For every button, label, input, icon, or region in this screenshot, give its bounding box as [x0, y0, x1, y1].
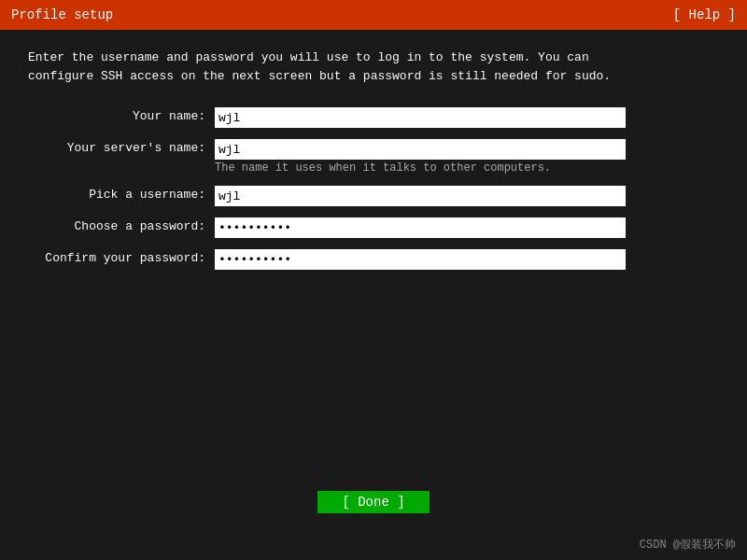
- form-row-password: Choose a password:: [28, 217, 719, 238]
- app: Profile setup [ Help ] Enter the usernam…: [0, 0, 747, 560]
- input-server-name[interactable]: [215, 139, 626, 160]
- input-area-server-name: The name it uses when it talks to other …: [215, 139, 719, 175]
- input-area-username: [215, 186, 719, 206]
- label-password: Choose a password:: [28, 217, 215, 233]
- input-password[interactable]: [215, 217, 626, 238]
- hint-server-name: The name it uses when it talks to other …: [215, 161, 719, 175]
- label-confirm-password: Confirm your password:: [28, 249, 215, 265]
- input-area-confirm-password: [215, 249, 719, 270]
- profile-form: Your name:Your server's name:The name it…: [28, 107, 719, 281]
- description-text: Enter the username and password you will…: [28, 49, 626, 85]
- page-title: Profile setup: [11, 7, 113, 22]
- header-bar: Profile setup [ Help ]: [0, 0, 747, 30]
- label-server-name: Your server's name:: [28, 139, 215, 155]
- help-button[interactable]: [ Help ]: [673, 7, 736, 22]
- watermark: CSDN @假装我不帅: [640, 537, 736, 553]
- input-confirm-password[interactable]: [215, 249, 626, 270]
- input-area-password: [215, 217, 719, 238]
- input-area-your-name: [215, 107, 719, 128]
- input-your-name[interactable]: [215, 107, 626, 128]
- input-username[interactable]: [215, 186, 626, 206]
- form-row-your-name: Your name:: [28, 107, 719, 128]
- form-row-confirm-password: Confirm your password:: [28, 249, 719, 270]
- form-row-server-name: Your server's name:The name it uses when…: [28, 139, 719, 175]
- label-your-name: Your name:: [28, 107, 215, 123]
- label-username: Pick a username:: [28, 186, 215, 202]
- form-row-username: Pick a username:: [28, 186, 719, 206]
- footer: [ Done ]: [0, 472, 747, 532]
- done-button[interactable]: [ Done ]: [317, 491, 430, 513]
